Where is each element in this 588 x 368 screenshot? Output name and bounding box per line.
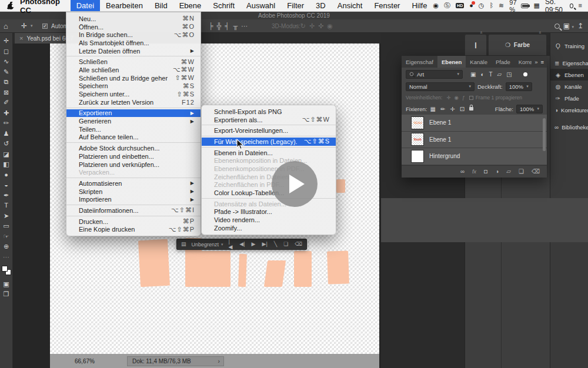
dock-item-bibliotheken[interactable]: ∞Bibliotheken: [550, 121, 588, 133]
export-submenu-item-schnell-export-als-png[interactable]: Schnell-Export als PNG: [202, 108, 336, 116]
apple-menu-icon[interactable]: [7, 2, 14, 10]
blur-tool[interactable]: ●: [4, 172, 8, 178]
menubar-item-ebene[interactable]: Ebene: [173, 0, 208, 11]
lock-all-icon[interactable]: [469, 107, 473, 111]
collapse-panel-icon[interactable]: «: [537, 31, 543, 34]
eraser-tool[interactable]: ◪: [3, 151, 9, 158]
dodge-tool[interactable]: ◒: [4, 182, 8, 188]
align-icon[interactable]: ╬: [217, 22, 222, 29]
file-menu-item-importieren[interactable]: Importieren▶: [66, 195, 201, 203]
type-tool[interactable]: T: [4, 202, 8, 209]
link-layers-icon[interactable]: ∞: [460, 169, 465, 175]
eyedropper-tool[interactable]: ✐: [4, 99, 9, 106]
menubar-item-datei[interactable]: Datei: [71, 0, 100, 11]
dock-item-eigenschaften[interactable]: ≣Eigenschaft...: [550, 57, 588, 69]
lock-option-icon[interactable]: ⊡: [460, 106, 465, 112]
filter-toggle-icon[interactable]: [523, 72, 527, 76]
more-options-icon[interactable]: ⋯: [241, 22, 248, 30]
panel-menu-icon[interactable]: ≡: [540, 59, 544, 65]
zoom-level[interactable]: 66,67%: [75, 358, 95, 364]
search-icon[interactable]: [554, 24, 560, 29]
lock-option-icon[interactable]: ✏: [440, 106, 445, 112]
menubar-item-3d[interactable]: 3D: [310, 0, 332, 11]
new-layer-icon[interactable]: ❏: [519, 169, 524, 175]
gradient-tool[interactable]: ◧: [3, 161, 9, 168]
status-chevron-icon[interactable]: ›: [218, 358, 220, 364]
export-submenu-item-pfade-illustrator[interactable]: Pfade -> Illustrator...: [202, 208, 336, 216]
pixel-filter-icon[interactable]: ▣: [470, 71, 476, 78]
file-menu-item-auf-behance-teilen[interactable]: Auf Behance teilen...: [66, 133, 201, 142]
file-menu-item-dateiinformationen[interactable]: Dateiinformationen...⌥⇧⌘I: [66, 206, 201, 215]
input-source-icon[interactable]: ▦: [534, 2, 540, 9]
file-menu-item-als-smartobjekt-öffnen[interactable]: Als Smartobjekt öffnen...: [66, 39, 201, 47]
dock-item-pfade[interactable]: ✑Pfade: [550, 92, 588, 104]
app-notification-icon[interactable]: ●: [469, 2, 473, 9]
file-menu-item-platzieren-und-einbetten[interactable]: Platzieren und einbetten...: [66, 152, 201, 160]
time-machine-icon[interactable]: ◷: [479, 2, 485, 9]
file-menu-item-automatisieren[interactable]: Automatisieren▶: [66, 179, 201, 188]
menubar-item-schrift[interactable]: Schrift: [207, 0, 240, 11]
panel-icon-button[interactable]: ❙: [465, 34, 487, 56]
file-menu-item-skripten[interactable]: Skripten▶: [66, 188, 201, 196]
color-panel-tab[interactable]: ❍ Farbe: [488, 34, 547, 56]
overflow-icon[interactable]: »: [534, 59, 537, 65]
export-submenu-item-für-web-speichern-legacy[interactable]: Für Web speichern (Legacy)...⌥⇧⌘S: [202, 138, 336, 146]
align-icon[interactable]: ╥: [233, 22, 238, 29]
quick-mask-button[interactable]: ▣: [3, 281, 9, 287]
layer-row[interactable]: YeahEbene 1: [402, 132, 547, 149]
next-frame-button[interactable]: ▶|: [262, 242, 268, 247]
document-info[interactable]: Dok: 11,4 MB/76,3 MB ›: [127, 356, 224, 366]
menubar-item-bild[interactable]: Bild: [149, 0, 173, 11]
file-menu-item-öffnen[interactable]: Öffnen...⌘O: [66, 23, 201, 31]
file-menu-item-schließen[interactable]: Schließen⌘W: [66, 58, 201, 66]
dock-item-kanaele[interactable]: ◍Kanäle: [550, 81, 588, 92]
file-menu-item-zurück-zur-letzten-version[interactable]: Zurück zur letzten VersionF12: [66, 98, 201, 106]
previous-frame-button[interactable]: ◀|: [239, 242, 245, 247]
export-submenu-item-video-rendern[interactable]: Video rendern...: [202, 216, 336, 224]
scrollbar[interactable]: [543, 118, 546, 151]
brush-tool[interactable]: ✏: [4, 120, 9, 126]
file-menu-item-letzte-dateien-öffnen[interactable]: Letzte Dateien öffnen▶: [66, 47, 201, 55]
loop-count-dropdown[interactable]: Unbegrenzt▾: [192, 242, 223, 247]
notification-center-icon[interactable]: ≡: [579, 2, 582, 9]
shape-filter-icon[interactable]: ▱: [497, 71, 502, 78]
duplicate-frame-button[interactable]: ❏: [283, 242, 288, 247]
file-menu-item-teilen[interactable]: Teilen...: [66, 125, 201, 133]
propagate-checkbox[interactable]: Frame 1 propagieren: [469, 95, 522, 101]
screen-mode-button[interactable]: ❐: [4, 291, 9, 297]
layer-thumbnail[interactable]: Yeah: [411, 133, 424, 146]
panel-tab-pfade[interactable]: Pfade: [492, 56, 514, 68]
zoom-tool[interactable]: ⊕: [4, 243, 9, 250]
frame-tool[interactable]: ⊠: [4, 89, 9, 96]
tween-button[interactable]: ╲: [274, 242, 277, 247]
lasso-tool[interactable]: ∿: [4, 58, 9, 65]
file-menu-item-generieren[interactable]: Generieren▶: [66, 117, 201, 125]
panel-tab-eigenschaf[interactable]: Eigenschaf: [402, 56, 437, 68]
adjustment-filter-icon[interactable]: ◐: [480, 71, 484, 78]
export-submenu-item-ebenen-in-dateien[interactable]: Ebenen in Dateien...: [202, 149, 336, 157]
lock-option-icon[interactable]: ▦: [430, 106, 435, 112]
move-tool-option-icon[interactable]: ✛▾: [21, 19, 33, 32]
layer-row[interactable]: Hintergrund: [402, 148, 547, 165]
fill-dropdown[interactable]: 100%▾: [516, 105, 543, 113]
file-menu-item-exportieren[interactable]: Exportieren▶: [66, 109, 201, 118]
export-submenu-item-exportieren-als[interactable]: Exportieren als...⌥⇧⌘W: [202, 116, 336, 124]
play-button[interactable]: ▶: [252, 242, 256, 247]
crop-tool[interactable]: ⧉: [4, 79, 9, 85]
clone-stamp-tool[interactable]: ♟: [4, 131, 9, 137]
align-icon[interactable]: ╡: [225, 22, 230, 29]
hd-icon[interactable]: HD: [456, 3, 464, 8]
export-submenu-item-export-voreinstellungen[interactable]: Export-Voreinstellungen...: [202, 126, 336, 135]
record-icon[interactable]: ◉: [433, 2, 439, 9]
quick-selection-tool[interactable]: ✎: [4, 69, 9, 75]
collapse-panel-icon[interactable]: «: [479, 31, 484, 34]
move-tool[interactable]: ✛: [4, 38, 9, 44]
foreground-color-swatch[interactable]: [2, 266, 8, 272]
first-frame-button[interactable]: |◀: [229, 239, 233, 250]
menubar-item-hilfe[interactable]: Hilfe: [406, 0, 433, 11]
menubar-clock[interactable]: So. 09:50: [545, 0, 564, 14]
layer-filter-dropdown[interactable]: Art▾: [406, 70, 463, 79]
file-menu-item-neu[interactable]: Neu...⌘N: [66, 15, 201, 23]
file-menu-item-drucken[interactable]: Drucken...⌘P: [66, 218, 201, 226]
lock-option-icon[interactable]: ✛: [450, 106, 455, 112]
